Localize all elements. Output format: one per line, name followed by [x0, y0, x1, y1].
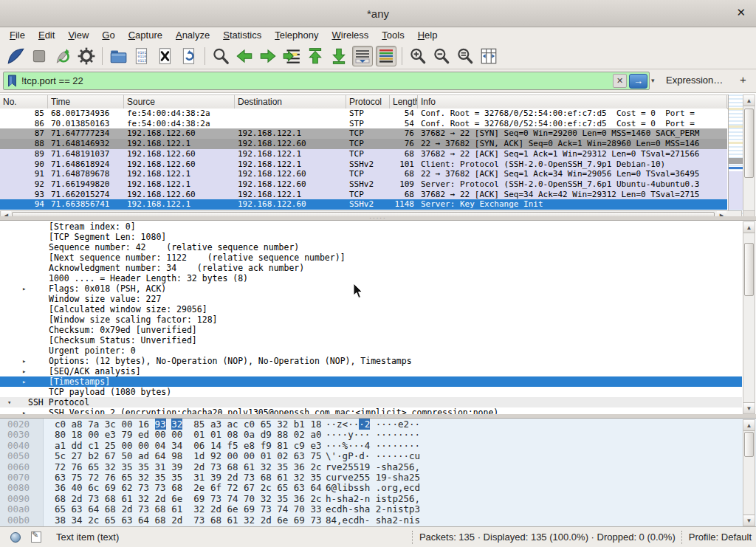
hex-bytes[interactable]: 80 18 00 e3 79 ed 00 00 01 01 08 0a d9 8… — [55, 430, 327, 440]
hex-bytes[interactable]: 36 40 6c 69 62 73 73 68 2e 6f 72 67 2c 6… — [55, 483, 327, 493]
expression-button[interactable]: Expression… — [666, 75, 723, 86]
detail-line[interactable]: [Stream index: 0] — [0, 221, 742, 232]
scroll-thumb[interactable] — [744, 432, 754, 457]
packet-row-86[interactable]: 8670.013850163fe:54:00:d4:38:2aSTP54Conf… — [0, 119, 727, 129]
detail-line[interactable]: TCP payload (1080 bytes) — [0, 387, 742, 397]
detail-line[interactable]: ▸[Timestamps] — [0, 376, 742, 387]
hex-bytes[interactable]: a1 dd c1 25 00 00 04 34 06 14 f5 e8 f9 8… — [55, 441, 327, 451]
save-file-button[interactable]: 010101100113 — [131, 46, 152, 66]
zoom-out-button[interactable] — [431, 46, 452, 66]
hex-bytes[interactable]: 5c 27 b2 67 50 ad 64 98 1d 92 00 00 01 0… — [55, 451, 327, 461]
hex-ascii[interactable]: curve255 19-sha25 — [326, 472, 420, 483]
hex-row-0040[interactable]: 0040a1 dd c1 25 00 00 04 34 06 14 f5 e8 … — [0, 441, 742, 451]
collapsed-triangle-icon[interactable]: ▸ — [22, 376, 26, 387]
menu-help[interactable]: Help — [411, 28, 444, 42]
packet-row-91[interactable]: 9171.648789678192.168.122.1192.168.122.6… — [0, 169, 727, 179]
filter-clear-button[interactable]: ✕ — [613, 74, 627, 88]
detail-line[interactable]: [Window size scaling factor: 128] — [0, 314, 742, 325]
column-header-time[interactable]: Time — [48, 95, 124, 109]
menu-go[interactable]: Go — [95, 28, 121, 42]
profile-label[interactable]: Profile: Default — [689, 531, 752, 543]
stop-capture-button[interactable] — [29, 46, 49, 66]
collapsed-triangle-icon[interactable]: ▸ — [22, 283, 26, 294]
hex-row-00a0[interactable]: 00a065 63 64 68 2d 73 68 61 32 2d 6e 69 … — [0, 504, 742, 515]
go-to-bottom-button[interactable] — [329, 46, 349, 66]
hex-row-0050[interactable]: 00505c 27 b2 67 50 ad 64 98 1d 92 00 00 … — [0, 451, 742, 461]
hex-ascii[interactable]: ····y··· ········ — [326, 430, 420, 440]
hex-bytes[interactable]: 68 2d 73 68 61 32 2d 6e 69 73 74 70 32 3… — [55, 494, 327, 504]
hex-bytes[interactable]: 63 75 72 76 65 32 35 35 31 39 2d 73 68 6… — [55, 472, 327, 483]
packet-row-94[interactable]: 9471.663856741192.168.122.1192.168.122.6… — [0, 199, 727, 210]
hex-bytes[interactable]: 38 34 2c 65 63 64 68 2d 73 68 61 32 2d 6… — [55, 515, 327, 526]
column-header-protocol[interactable]: Protocol — [346, 95, 390, 109]
hex-bytes[interactable]: 65 63 64 68 2d 73 68 61 32 2d 6e 69 73 7… — [55, 504, 327, 515]
collapsed-triangle-icon[interactable]: ▸ — [22, 356, 26, 366]
display-filter-input[interactable]: !tcp.port == 22 ✕ → — [3, 72, 650, 90]
column-header-source[interactable]: Source — [124, 95, 235, 109]
hex-row-0090[interactable]: 009068 2d 73 68 61 32 2d 6e 69 73 74 70 … — [0, 494, 742, 504]
hex-ascii[interactable]: \'·gP·d· ······cu — [326, 451, 420, 461]
filter-value[interactable]: !tcp.port == 22 — [21, 75, 613, 86]
bookmark-icon[interactable] — [7, 75, 17, 87]
hex-row-0070[interactable]: 007063 75 72 76 65 32 35 35 31 39 2d 73 … — [0, 472, 742, 483]
expanded-triangle-icon[interactable]: ▾ — [7, 397, 11, 407]
hex-ascii[interactable]: rve25519 -sha256, — [326, 462, 420, 472]
menu-edit[interactable]: Edit — [32, 28, 61, 42]
column-header-destination[interactable]: Destination — [235, 95, 346, 109]
find-packet-button[interactable] — [210, 46, 231, 66]
hex-ascii[interactable]: ···%···4 ········ — [326, 441, 420, 451]
reload-file-button[interactable] — [179, 46, 199, 66]
detail-line[interactable]: ▸[SEQ/ACK analysis] — [0, 366, 742, 376]
restart-capture-button[interactable] — [52, 46, 73, 66]
auto-scroll-toggle[interactable] — [352, 46, 373, 66]
detail-line[interactable]: Acknowledgment number: 34 (relative ack … — [0, 263, 742, 273]
capture-options-button[interactable] — [76, 46, 97, 66]
packet-row-89[interactable]: 8971.648191037192.168.122.60192.168.122.… — [0, 149, 727, 159]
menu-view[interactable]: View — [61, 28, 95, 42]
detail-line[interactable]: [Calculated window size: 29056] — [0, 304, 742, 314]
column-header-info[interactable]: Info — [418, 95, 727, 109]
detail-line[interactable]: Window size value: 227 — [0, 294, 742, 304]
detail-line[interactable]: 1000 .... = Header Length: 32 bytes (8) — [0, 273, 742, 283]
packet-row-93[interactable]: 9371.662015274192.168.122.60192.168.122.… — [0, 190, 727, 200]
detail-line[interactable]: Checksum: 0x79ed [unverified] — [0, 325, 742, 335]
details-vscrollbar[interactable]: ▲ ▼ — [743, 221, 755, 414]
detail-line[interactable]: [Checksum Status: Unverified] — [0, 335, 742, 345]
hex-ascii[interactable]: ··z<···2 ····e2·· — [326, 419, 420, 430]
close-file-button[interactable] — [155, 46, 176, 66]
collapsed-triangle-icon[interactable]: ▸ — [22, 366, 26, 376]
hex-bytes[interactable]: c0 a8 7a 3c 00 16 93 32 85 a3 ac c0 65 3… — [55, 419, 327, 430]
packet-row-85[interactable]: 8568.001734936fe:54:00:d4:38:2aSTP54Conf… — [0, 109, 727, 119]
packet-row-88[interactable]: 8871.648146932192.168.122.1192.168.122.6… — [0, 139, 727, 149]
detail-line[interactable]: [TCP Segment Len: 1080] — [0, 232, 742, 242]
hex-ascii[interactable]: 84,ecdh- sha2-nis — [326, 515, 420, 526]
resize-columns-button[interactable] — [478, 46, 499, 66]
hex-ascii[interactable]: 6@libssh .org,ecd — [326, 483, 420, 493]
packet-row-92[interactable]: 9271.661949820192.168.122.1192.168.122.6… — [0, 179, 727, 190]
close-window-button[interactable]: ✕ — [736, 6, 746, 19]
scroll-up-arrow[interactable]: ▲ — [743, 420, 755, 431]
add-filter-button[interactable]: + — [740, 73, 746, 86]
scroll-thumb[interactable] — [744, 243, 754, 296]
zoom-in-button[interactable] — [408, 46, 428, 66]
menu-analyze[interactable]: Analyze — [169, 28, 216, 42]
scroll-down-arrow[interactable]: ▼ — [743, 515, 755, 526]
hex-row-0030[interactable]: 003080 18 00 e3 79 ed 00 00 01 01 08 0a … — [0, 430, 742, 440]
go-back-button[interactable] — [234, 46, 255, 66]
menu-statistics[interactable]: Statistics — [216, 28, 268, 42]
menu-telephony[interactable]: Telephony — [268, 28, 325, 42]
filter-dropdown-caret[interactable]: ▾ — [651, 77, 655, 84]
packet-row-90[interactable]: 9071.648618924192.168.122.60192.168.122.… — [0, 159, 727, 170]
detail-line[interactable]: [Next sequence number: 1122 (relative se… — [0, 252, 742, 263]
menu-tools[interactable]: Tools — [375, 28, 410, 42]
menu-wireless[interactable]: Wireless — [326, 28, 376, 42]
hex-bytes[interactable]: 72 76 65 32 35 35 31 39 2d 73 68 61 32 3… — [55, 462, 327, 472]
hex-vscrollbar[interactable]: ▲ ▼ — [743, 419, 755, 526]
go-to-packet-button[interactable] — [281, 46, 302, 66]
scroll-down-arrow[interactable]: ▼ — [743, 402, 755, 413]
open-file-button[interactable] — [108, 46, 128, 66]
expert-info-icon[interactable] — [10, 532, 21, 543]
colorize-toggle[interactable] — [376, 46, 396, 66]
detail-line[interactable]: Urgent pointer: 0 — [0, 345, 742, 356]
packet-row-87[interactable]: 8771.647777234192.168.122.60192.168.122.… — [0, 128, 727, 139]
